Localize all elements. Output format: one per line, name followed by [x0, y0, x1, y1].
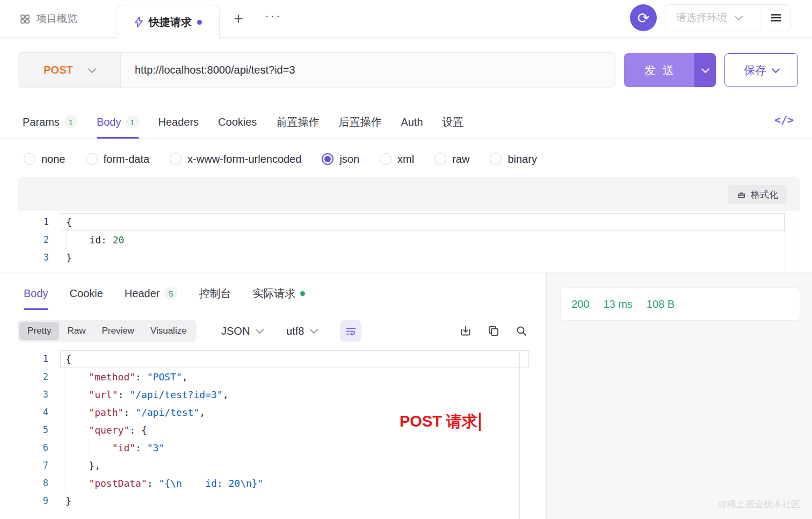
- indent-guide: [66, 368, 66, 386]
- tab-label: Header: [125, 287, 160, 300]
- response-tabs: BodyCookieHeader5控制台实际请求: [24, 277, 305, 310]
- line-number: 2: [18, 231, 61, 249]
- body-type-binary[interactable]: binary: [490, 153, 536, 165]
- response-encoding-value: utf8: [286, 325, 304, 337]
- view-mode-pretty[interactable]: Pretty: [19, 322, 59, 340]
- response-pane: BodyCookieHeader5控制台实际请求 PrettyRawPrevie…: [0, 272, 546, 519]
- indent-guide: [66, 421, 66, 439]
- count-badge: 1: [126, 116, 139, 128]
- request-tab-后置操作[interactable]: 后置操作: [338, 105, 381, 139]
- radio-icon: [170, 153, 182, 165]
- format-label: 格式化: [751, 189, 778, 201]
- response-tab-实际请求[interactable]: 实际请求: [252, 277, 305, 310]
- body-type-json[interactable]: json: [322, 153, 359, 165]
- tab-quick-request[interactable]: 快捷请求: [117, 5, 220, 39]
- line-number: 5: [18, 421, 60, 439]
- save-button[interactable]: 保存: [724, 53, 798, 87]
- code-line-9: 9}: [18, 492, 529, 510]
- chevron-down-icon: [772, 64, 780, 73]
- environment-select[interactable]: 请选择环境: [665, 5, 762, 31]
- download-icon[interactable]: [459, 325, 472, 337]
- request-tab-前置操作[interactable]: 前置操作: [276, 105, 319, 139]
- search-icon[interactable]: [515, 325, 528, 337]
- request-tab-Auth[interactable]: Auth: [401, 105, 423, 139]
- code-line-1[interactable]: 1{: [18, 213, 800, 231]
- url-input[interactable]: http://localhost:8000/api/test?id=3: [121, 53, 615, 88]
- method-select[interactable]: POST: [18, 53, 121, 88]
- radio-label: raw: [452, 153, 469, 165]
- count-badge: 5: [164, 287, 177, 300]
- tab-more-button[interactable]: ···: [261, 6, 286, 26]
- tab-label: Headers: [158, 116, 199, 128]
- view-mode-raw[interactable]: Raw: [59, 322, 93, 340]
- line-number: 8: [18, 474, 60, 492]
- view-mode-preview[interactable]: Preview: [93, 322, 142, 340]
- format-button[interactable]: 格式化: [728, 185, 787, 204]
- line-number: 7: [18, 457, 60, 474]
- tab-label: 实际请求: [252, 286, 295, 301]
- project-overview-button[interactable]: 项目概览: [19, 0, 77, 38]
- indent-guide: [66, 457, 66, 474]
- response-tab-Body[interactable]: Body: [24, 277, 48, 310]
- new-tab-button[interactable]: +: [229, 9, 248, 28]
- scrollbar[interactable]: [519, 350, 520, 519]
- environment-placeholder: 请选择环境: [676, 11, 727, 25]
- send-button[interactable]: 发送: [624, 53, 694, 87]
- body-type-x-www-form-urlencoded[interactable]: x-www-form-urlencoded: [170, 153, 301, 165]
- body-type-xml[interactable]: xml: [380, 153, 414, 165]
- body-type-radios: noneform-datax-www-form-urlencodedjsonxm…: [24, 146, 537, 172]
- chevron-down-icon: [88, 64, 96, 73]
- chevron-down-icon: [310, 326, 318, 334]
- response-tab-控制台[interactable]: 控制台: [199, 277, 231, 310]
- copy-icon[interactable]: [487, 325, 500, 337]
- line-number: 2: [18, 368, 60, 386]
- send-label: 发送: [637, 63, 681, 78]
- request-tab-Body[interactable]: Body1: [97, 105, 139, 139]
- line-number: 3: [18, 386, 60, 403]
- annotation-text: POST 请求: [400, 411, 477, 432]
- request-url-bar: POST http://localhost:8000/api/test?id=3: [18, 52, 615, 88]
- tab-label: Params: [23, 116, 60, 128]
- code-view-icon[interactable]: </>: [774, 113, 794, 126]
- hamburger-icon: [770, 11, 782, 24]
- body-type-none[interactable]: none: [24, 153, 66, 165]
- response-format-select[interactable]: JSON: [221, 320, 263, 342]
- code-line-3[interactable]: 3}: [18, 249, 800, 266]
- radio-label: x-www-form-urlencoded: [187, 153, 301, 165]
- tab-label: 控制台: [199, 286, 231, 301]
- chevron-down-icon: [735, 12, 743, 21]
- sync-button[interactable]: ⟳: [630, 4, 657, 31]
- word-wrap-button[interactable]: [340, 320, 361, 342]
- send-dropdown-button[interactable]: [694, 53, 716, 87]
- body-type-raw[interactable]: raw: [434, 153, 469, 165]
- scrollbar[interactable]: [785, 211, 785, 272]
- sync-icon: ⟳: [637, 10, 650, 26]
- line-number: 6: [18, 439, 60, 457]
- request-tab-Cookies[interactable]: Cookies: [218, 105, 257, 139]
- request-body-editor[interactable]: 格式化 1{2 id: 203}: [18, 177, 800, 272]
- line-number: 3: [18, 249, 61, 266]
- menu-button[interactable]: [762, 5, 790, 31]
- top-tab-bar: 项目概览 快捷请求 + ··· ⟳ 请选择环境: [0, 0, 812, 38]
- unsaved-dot: [197, 20, 202, 25]
- request-tab-设置[interactable]: 设置: [443, 105, 464, 139]
- indent-guide: [66, 439, 66, 457]
- radio-label: xml: [397, 153, 414, 165]
- body-type-form-data[interactable]: form-data: [86, 153, 150, 165]
- code-line-6: 6 "id": "3": [18, 439, 529, 457]
- word-wrap-icon: [345, 326, 357, 337]
- tab-quick-request-label: 快捷请求: [149, 15, 192, 30]
- response-tab-Header[interactable]: Header5: [125, 277, 178, 310]
- code-line-1: 1{: [18, 350, 529, 368]
- response-tab-Cookie[interactable]: Cookie: [70, 277, 103, 310]
- request-tab-Headers[interactable]: Headers: [158, 105, 199, 139]
- radio-icon: [24, 153, 35, 165]
- status-dot: [300, 291, 305, 296]
- view-mode-switch: PrettyRawPreviewVisualize: [18, 320, 197, 342]
- response-encoding-select[interactable]: utf8: [286, 320, 317, 342]
- line-number: 4: [18, 403, 60, 421]
- response-format-value: JSON: [221, 325, 250, 337]
- request-tab-Params[interactable]: Params1: [23, 105, 77, 139]
- code-line-2[interactable]: 2 id: 20: [18, 231, 800, 249]
- view-mode-visualize[interactable]: Visualize: [142, 322, 195, 340]
